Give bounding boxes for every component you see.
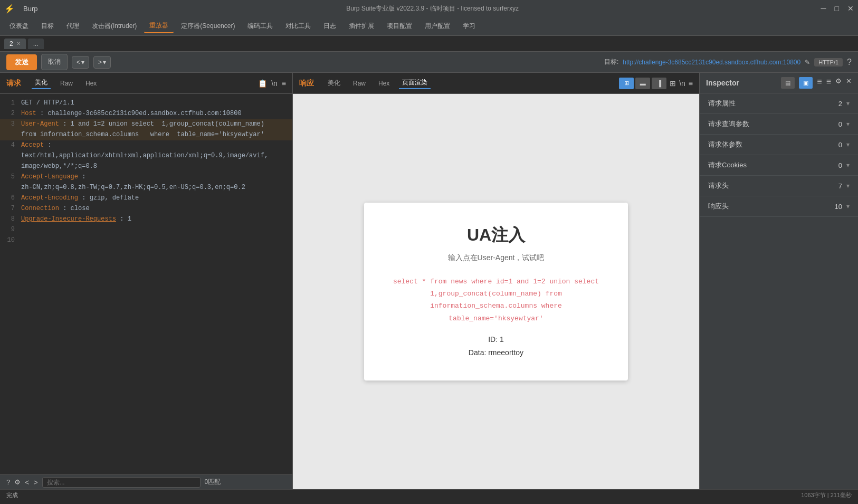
tab-close[interactable]: ✕ [16, 41, 21, 46]
tab-more-label: ... [33, 40, 39, 47]
line-num: 9 [4, 225, 15, 235]
request-tab-pretty[interactable]: 美化 [32, 77, 51, 89]
app-name[interactable]: Burp [23, 5, 37, 13]
send-button[interactable]: 发送 [6, 54, 37, 70]
menu-extender[interactable]: 插件扩展 [344, 20, 379, 33]
menu-encoder[interactable]: 编码工具 [242, 20, 278, 33]
layout-btn-1[interactable]: ⊞ [619, 78, 634, 89]
inspector-label: 请求Cookies [708, 160, 838, 170]
tab-2[interactable]: 2 ✕ [4, 39, 26, 49]
menu-dashboard[interactable]: 仪表盘 [4, 20, 34, 33]
code-line-8: 8 Upgrade-Insecure-Requests : 1 [0, 214, 292, 225]
response-grid-icon[interactable]: ⊞ [670, 79, 676, 88]
layout-btn-3[interactable]: ▐ [652, 78, 666, 89]
nav-back-button[interactable]: < ▾ [72, 56, 89, 69]
chevron-down-icon: ▾ [846, 203, 850, 210]
search-input[interactable] [42, 477, 201, 488]
menu-comparer[interactable]: 对比工具 [280, 20, 316, 33]
settings-bottom-icon[interactable]: ⚙ [14, 478, 21, 486]
code-line-3b: from information_schema.columns where ta… [0, 130, 292, 140]
inspector-count: 10 [835, 203, 842, 211]
code-line-3: 3 User-Agent : 1 and 1=2 union select 1,… [0, 119, 292, 130]
menu-learn[interactable]: 学习 [457, 20, 481, 33]
tab-more[interactable]: ... [28, 39, 44, 49]
inspector-row-body-params[interactable]: 请求体参数 0 ▾ [700, 135, 858, 155]
line-num: 5 [4, 172, 15, 183]
request-tab-hex[interactable]: Hex [82, 79, 100, 88]
inspector-row-request-attributes[interactable]: 请求属性 2 ▾ [700, 93, 858, 114]
chevron-down-icon: ▾ [846, 182, 850, 189]
inspector-label: 请求查询参数 [708, 119, 838, 129]
response-menu-icon[interactable]: ≡ [689, 79, 693, 88]
line-content: Upgrade-Insecure-Requests : 1 [21, 214, 288, 225]
response-tab-raw[interactable]: Raw [350, 79, 369, 88]
menu-target[interactable]: 目标 [36, 20, 59, 33]
inspector-close-icon[interactable]: ✕ [846, 77, 852, 89]
response-icons: ⊞ ▬ ▐ ⊞ \n ≡ [619, 78, 693, 89]
code-line-6: 6 Accept-Encoding : gzip, deflate [0, 193, 292, 204]
burp-logo: ⚡ [4, 4, 15, 14]
response-newline-icon[interactable]: \n [679, 79, 685, 88]
menu-logger[interactable]: 日志 [318, 20, 341, 33]
menu-icon[interactable]: ≡ [282, 79, 286, 88]
inspector-row-request-headers[interactable]: 请求头 7 ▾ [700, 176, 858, 196]
inspector-row-cookies[interactable]: 请求Cookies 0 ▾ [700, 155, 858, 176]
window-controls[interactable]: ─ □ ✕ [821, 4, 854, 13]
title-bar: ⚡ Burp Burp Suite专业版 v2022.3.9 - 临时项目 - … [0, 0, 858, 17]
menu-proxy[interactable]: 代理 [61, 20, 84, 33]
nav-forward-button[interactable]: > ▾ [93, 56, 111, 69]
http-version[interactable]: HTTP/1 [814, 58, 843, 66]
status-text: 完成 [6, 491, 18, 499]
layout-btn-2[interactable]: ▬ [635, 78, 650, 89]
page-render-block: UA注入 输入点在User-Agent，试试吧 select * from ne… [364, 203, 628, 381]
edit-target-icon[interactable]: ✎ [805, 59, 810, 66]
target-label: 目标: [604, 58, 618, 66]
cancel-button[interactable]: 取消 [41, 54, 68, 70]
request-tab-raw[interactable]: Raw [57, 79, 76, 88]
menu-sequencer[interactable]: 定序器(Sequencer) [176, 20, 240, 33]
menu-user-options[interactable]: 用户配置 [420, 20, 455, 33]
inspector-view-btn-1[interactable]: ▤ [781, 77, 795, 89]
inspector-settings-icon[interactable]: ⚙ [835, 77, 842, 89]
inspector-count: 0 [838, 120, 842, 128]
menu-project-options[interactable]: 项目配置 [382, 20, 417, 33]
response-tab-render[interactable]: 页面渲染 [399, 77, 431, 89]
line-num [4, 130, 15, 140]
nav-next-match[interactable]: > [33, 478, 37, 487]
response-tab-hex[interactable]: Hex [375, 79, 393, 88]
line-content [21, 235, 288, 246]
inspector-align-right-icon[interactable]: ≡ [826, 77, 831, 89]
menu-repeater[interactable]: 重放器 [144, 19, 174, 33]
tab-label: 2 [9, 40, 13, 47]
inspector-count: 2 [838, 100, 842, 108]
nav-back-icon: < [77, 59, 80, 66]
close-btn[interactable]: ✕ [847, 4, 854, 13]
inspector-view-btn-2[interactable]: ▣ [799, 77, 813, 89]
code-line-1: 1 GET / HTTP/1.1 [0, 98, 292, 109]
maximize-btn[interactable]: □ [835, 4, 839, 13]
chevron-down-icon: ▾ [846, 100, 850, 107]
inspector-row-query-params[interactable]: 请求查询参数 0 ▾ [700, 114, 858, 135]
inspector-align-left-icon[interactable]: ≡ [817, 77, 822, 89]
minimize-btn[interactable]: ─ [821, 4, 826, 13]
line-num [4, 161, 15, 172]
copy-icon[interactable]: 📋 [258, 79, 267, 88]
line-num [4, 151, 15, 161]
inspector-count: 0 [838, 161, 842, 169]
rendered-content: UA注入 输入点在User-Agent，试试吧 select * from ne… [293, 94, 699, 489]
line-num: 8 [4, 214, 15, 225]
status-bar: 完成 1063字节 | 211毫秒 [0, 489, 858, 501]
inspector-row-response-headers[interactable]: 响应头 10 ▾ [700, 196, 858, 217]
newline-icon[interactable]: \n [271, 79, 278, 88]
inspector-header-icons: ▤ ▣ ≡ ≡ ⚙ ✕ [781, 77, 852, 89]
request-code-area[interactable]: 1 GET / HTTP/1.1 2 Host : challenge-3c68… [0, 94, 292, 474]
nav-prev-match[interactable]: < [25, 478, 29, 487]
status-right-info: 1063字节 | 211毫秒 [801, 491, 852, 499]
request-icons: 📋 \n ≡ [258, 79, 286, 88]
response-tab-pretty[interactable]: 美化 [325, 78, 344, 89]
help-icon[interactable]: ? [847, 58, 852, 67]
menu-intruder[interactable]: 攻击器(Intruder) [87, 20, 142, 33]
line-content: Accept-Encoding : gzip, deflate [21, 193, 288, 204]
request-header: 请求 美化 Raw Hex 📋 \n ≡ [0, 73, 292, 94]
help-bottom-icon[interactable]: ? [6, 478, 10, 486]
